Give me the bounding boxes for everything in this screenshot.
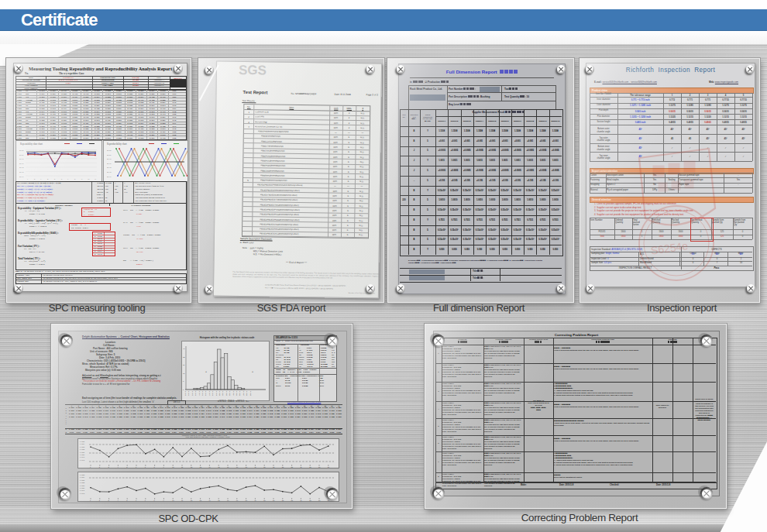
svg-text:17: 17 — [236, 466, 239, 468]
svg-text:14: 14 — [208, 466, 211, 468]
svg-text:+: + — [252, 370, 253, 373]
svg-text:12: 12 — [191, 466, 193, 468]
svg-text:40: 40 — [183, 348, 185, 350]
svg-text:24: 24 — [300, 466, 302, 468]
svg-text:4: 4 — [47, 178, 49, 180]
svg-text:18: 18 — [246, 499, 248, 501]
svg-text:40.78: 40.78 — [19, 158, 24, 160]
svg-text:24: 24 — [300, 499, 302, 501]
svg-text:2: 2 — [99, 499, 101, 501]
svg-text:40.76: 40.76 — [19, 163, 24, 165]
svg-text:40.78: 40.78 — [107, 158, 112, 160]
svg-text:1: 1 — [27, 178, 29, 180]
svg-text:2: 2 — [34, 178, 36, 180]
svg-text:10: 10 — [88, 178, 90, 180]
svg-text:11: 11 — [181, 499, 184, 501]
svg-text:26: 26 — [318, 499, 321, 501]
svg-text:16: 16 — [227, 499, 229, 501]
svg-text:19: 19 — [254, 466, 256, 468]
svg-text:Repeatability xbar chart: Repeatability xbar chart — [20, 142, 43, 146]
svg-text:20: 20 — [263, 466, 266, 468]
svg-text:5: 5 — [54, 178, 56, 180]
svg-text:20: 20 — [263, 499, 266, 501]
svg-text:21: 21 — [273, 466, 275, 468]
svg-text:10: 10 — [172, 466, 174, 468]
svg-text:8: 8 — [154, 499, 156, 501]
svg-text:15: 15 — [218, 466, 220, 468]
svg-text:19: 19 — [254, 499, 256, 501]
svg-text:14: 14 — [208, 499, 211, 501]
svg-text:25: 25 — [309, 499, 311, 501]
svg-text:6: 6 — [136, 499, 137, 501]
svg-text:11: 11 — [95, 178, 97, 180]
svg-text:1: 1 — [90, 466, 91, 468]
svg-text:40.70: 40.70 — [19, 176, 24, 178]
svg-text:40.80: 40.80 — [107, 154, 112, 156]
svg-text:+: + — [205, 370, 207, 373]
svg-text:3: 3 — [108, 466, 110, 468]
svg-text:40.72: 40.72 — [107, 171, 112, 173]
svg-text:8: 8 — [74, 178, 76, 180]
svg-text:22: 22 — [282, 466, 284, 468]
svg-text:6: 6 — [136, 466, 137, 468]
svg-text:9: 9 — [81, 178, 83, 180]
svg-text:40.80: 40.80 — [19, 154, 24, 156]
svg-text:27: 27 — [328, 466, 330, 468]
svg-text:32: 32 — [183, 356, 185, 359]
svg-text:11: 11 — [181, 466, 184, 468]
svg-text:5: 5 — [126, 499, 128, 501]
svg-text:7: 7 — [145, 499, 146, 501]
svg-text:21: 21 — [273, 499, 275, 501]
svg-text:40.82: 40.82 — [19, 149, 24, 152]
svg-text:0: 0 — [183, 389, 184, 391]
svg-text:13: 13 — [200, 499, 202, 501]
svg-text:10: 10 — [172, 499, 174, 501]
svg-text:24: 24 — [183, 364, 185, 366]
svg-text:7: 7 — [145, 466, 146, 468]
svg-text:S6254e: S6254e — [650, 239, 689, 257]
svg-text:3: 3 — [108, 499, 110, 501]
svg-text:23: 23 — [291, 499, 294, 501]
svg-text:8: 8 — [183, 380, 184, 383]
svg-text:2: 2 — [99, 466, 101, 468]
svg-text:18: 18 — [246, 466, 248, 468]
svg-text:23: 23 — [291, 466, 294, 468]
svg-text:40.76: 40.76 — [107, 163, 112, 165]
svg-text:16: 16 — [183, 372, 185, 375]
svg-text:12: 12 — [191, 499, 193, 501]
svg-text:13: 13 — [200, 466, 202, 468]
svg-text:26: 26 — [318, 466, 321, 468]
svg-text:40.72: 40.72 — [19, 171, 24, 173]
svg-text:Reproducibility chart: Reproducibility chart — [107, 142, 127, 146]
svg-text:8: 8 — [154, 466, 156, 468]
svg-text:40.74: 40.74 — [19, 166, 24, 169]
svg-text:7: 7 — [67, 178, 69, 180]
svg-text:5: 5 — [126, 466, 128, 468]
svg-text:17: 17 — [236, 499, 239, 501]
svg-text:22: 22 — [282, 499, 284, 501]
svg-text:40.82: 40.82 — [107, 149, 112, 152]
svg-text:9: 9 — [163, 499, 164, 501]
svg-text:4: 4 — [117, 499, 119, 501]
svg-text:15: 15 — [218, 499, 220, 501]
svg-text:1: 1 — [90, 499, 91, 501]
svg-text:40.70: 40.70 — [107, 176, 112, 178]
svg-text:6: 6 — [61, 178, 63, 180]
svg-text:4: 4 — [117, 466, 119, 468]
svg-text:25: 25 — [309, 466, 311, 468]
svg-text:3: 3 — [40, 178, 42, 180]
svg-text:9: 9 — [163, 466, 164, 468]
svg-text:16: 16 — [227, 466, 229, 468]
svg-text:40.74: 40.74 — [107, 166, 112, 169]
